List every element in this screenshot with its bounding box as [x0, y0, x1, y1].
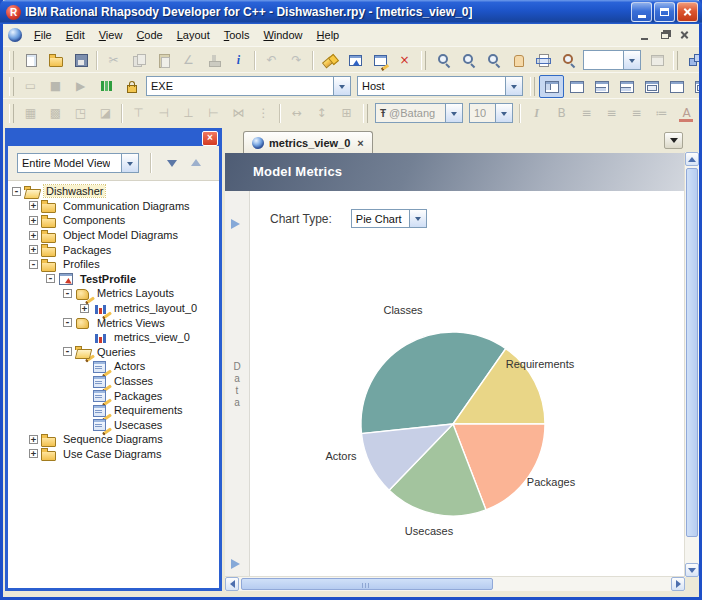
tree-item-profiles[interactable]: -Profiles	[8, 257, 219, 272]
menu-view[interactable]: View	[92, 26, 130, 44]
toolbar-grip[interactable]	[673, 51, 678, 70]
zoom-in-button[interactable]	[430, 49, 455, 72]
browser-close-button[interactable]: ×	[202, 131, 218, 146]
browser-title-strip[interactable]: ×	[8, 131, 219, 146]
navigate-window-button[interactable]	[342, 49, 367, 72]
toolbar-grip[interactable]	[530, 77, 535, 96]
target-host-combobox[interactable]: Host	[357, 76, 523, 96]
tree-item-packages[interactable]: +Packages	[8, 242, 219, 257]
show-plain-pane-button[interactable]	[564, 75, 589, 98]
configuration-combobox[interactable]: EXE	[146, 76, 351, 96]
tree-expander[interactable]: -	[29, 260, 38, 269]
tree-item-communication-diagrams[interactable]: +Communication Diagrams	[8, 199, 219, 214]
tree-item-object-model-diagrams[interactable]: +Object Model Diagrams	[8, 228, 219, 243]
show-bottom-pane-button[interactable]	[614, 75, 639, 98]
tree-item-requirements[interactable]: Requirements	[8, 403, 219, 418]
lock-configuration-button[interactable]	[118, 75, 143, 98]
vertical-scrollbar[interactable]	[684, 152, 699, 577]
tree-item-dishwasher[interactable]: -Dishwasher	[8, 184, 219, 199]
zoom-out-button[interactable]	[455, 49, 480, 72]
tree-expander[interactable]: -	[63, 318, 72, 327]
mdi-restore-button[interactable]	[656, 28, 673, 42]
toolbar-grip[interactable]	[421, 51, 426, 70]
tree-expander[interactable]: +	[29, 449, 38, 458]
expand-data-pane-bottom-icon[interactable]	[231, 559, 245, 569]
scroll-right-button[interactable]	[671, 577, 685, 591]
menu-help[interactable]: Help	[310, 26, 347, 44]
chart-type-combobox[interactable]: Pie Chart	[351, 209, 427, 228]
zoom-region-button[interactable]	[480, 49, 505, 72]
fit-to-window-button[interactable]	[530, 49, 555, 72]
menu-file[interactable]: File	[27, 26, 59, 44]
close-button[interactable]	[677, 2, 698, 22]
zoom-level-combobox[interactable]	[583, 50, 641, 70]
tree-item-metrics-layout-0[interactable]: +metrics_layout_0	[8, 301, 219, 316]
new-file-button[interactable]	[18, 49, 43, 72]
mdi-close-button[interactable]	[676, 28, 693, 42]
tree-expander[interactable]: +	[29, 435, 38, 444]
tab-metrics-view-0[interactable]: metrics_view_0 ×	[243, 131, 373, 153]
show-floating-pane-button[interactable]	[664, 75, 689, 98]
delete-from-model-button[interactable]: ×	[392, 49, 417, 72]
menu-edit[interactable]: Edit	[59, 26, 92, 44]
tree-item-metrics-views[interactable]: -Metrics Views	[8, 315, 219, 330]
open-model-button[interactable]	[43, 49, 68, 72]
tree-expander[interactable]: +	[29, 216, 38, 225]
menu-window[interactable]: Window	[256, 26, 309, 44]
tree-expander[interactable]: +	[29, 231, 38, 240]
tree-expander[interactable]: -	[63, 289, 72, 298]
menu-code[interactable]: Code	[129, 26, 169, 44]
tree-expander[interactable]: +	[29, 245, 38, 254]
tree-item-metrics-layouts[interactable]: -Metrics Layouts	[8, 286, 219, 301]
data-side-tab-label[interactable]: D a t a	[225, 361, 249, 409]
tree-expander[interactable]: -	[46, 274, 55, 283]
customize-panes-button[interactable]	[689, 75, 699, 98]
tree-item-sequence-diagrams[interactable]: +Sequence Diagrams	[8, 432, 219, 447]
tree-item-classes[interactable]: Classes	[8, 374, 219, 389]
toolbar-grip[interactable]	[9, 51, 14, 70]
scroll-up-button[interactable]	[685, 152, 699, 166]
move-down-button[interactable]	[160, 152, 184, 174]
show-grid-pane-button[interactable]	[639, 75, 664, 98]
tree-item-testprofile[interactable]: -TestProfile	[8, 272, 219, 287]
zoom-selected-button[interactable]	[555, 49, 580, 72]
tree-item-queries[interactable]: -Queries	[8, 345, 219, 360]
save-button[interactable]	[68, 49, 93, 72]
animation-make-button[interactable]	[93, 75, 118, 98]
toolbar-grip[interactable]	[9, 104, 14, 123]
show-output-pane-button[interactable]	[589, 75, 614, 98]
tree-item-usecases[interactable]: Usecases	[8, 418, 219, 433]
tree-item-components[interactable]: +Components	[8, 213, 219, 228]
tree-item-use-case-diagrams[interactable]: +Use Case Diagrams	[8, 447, 219, 462]
horizontal-scrollbar[interactable]	[225, 576, 685, 591]
tree-expander[interactable]: +	[80, 304, 89, 313]
menu-tools[interactable]: Tools	[217, 26, 257, 44]
vertical-scroll-thumb[interactable]	[686, 168, 698, 537]
tree-item-metrics-view-0[interactable]: metrics_view_0	[8, 330, 219, 345]
horizontal-scroll-thumb[interactable]	[241, 578, 493, 590]
customize-window-button[interactable]	[367, 49, 392, 72]
show-browser-pane-button[interactable]	[539, 75, 564, 98]
view-selector-combobox[interactable]: Entire Model View	[17, 153, 139, 173]
tree-expander[interactable]: +	[29, 201, 38, 210]
search-model-button[interactable]	[317, 49, 342, 72]
tab-close-icon[interactable]: ×	[355, 137, 363, 149]
features-info-button[interactable]: i	[226, 49, 251, 72]
tree-item-actors[interactable]: Actors	[8, 359, 219, 374]
tree-expander[interactable]: -	[63, 347, 72, 356]
expand-data-pane-top-icon[interactable]	[231, 219, 245, 229]
scroll-left-button[interactable]	[225, 577, 239, 591]
toolbar-grip[interactable]	[363, 104, 368, 123]
scroll-down-button[interactable]	[685, 563, 699, 577]
tab-list-dropdown-button[interactable]	[664, 132, 683, 149]
tree-item-packages[interactable]: Packages	[8, 388, 219, 403]
mdi-minimize-button[interactable]	[636, 28, 653, 42]
blocks-tool-button[interactable]	[682, 49, 699, 72]
tree-expander[interactable]: -	[12, 187, 21, 196]
maximize-button[interactable]	[654, 2, 675, 22]
pan-view-button[interactable]	[505, 49, 530, 72]
minimize-button[interactable]	[631, 2, 652, 22]
toolbar-grip[interactable]	[9, 77, 14, 96]
menu-layout[interactable]: Layout	[170, 26, 217, 44]
move-up-button[interactable]	[184, 152, 208, 174]
